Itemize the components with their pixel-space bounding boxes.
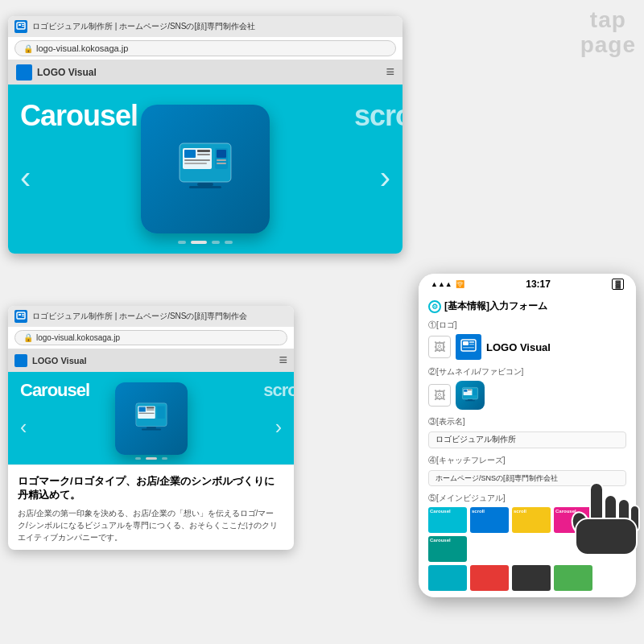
carousel-prev-button[interactable]: ‹	[20, 159, 31, 196]
svg-rect-14	[217, 163, 226, 164]
svg-rect-26	[138, 412, 154, 413]
svg-rect-12	[217, 150, 226, 158]
svg-rect-16	[189, 186, 221, 188]
thumb-scroll-1[interactable]: scroll	[470, 507, 509, 533]
browser-nav: LOGO Visual ≡	[8, 60, 402, 85]
section-title-text: [基本情報]入力フォーム	[444, 299, 547, 313]
secondary-dot-3[interactable]	[162, 457, 167, 460]
carousel-dot-2[interactable]	[191, 241, 207, 244]
hamburger-menu[interactable]: ≡	[386, 64, 394, 80]
secondary-address-text: logo-visual.kokosaga.jp	[36, 333, 120, 342]
secondary-carousel-label-right: scroll	[263, 380, 294, 401]
site-logo-icon	[16, 64, 32, 80]
logo-placeholder-icon: 🖼	[428, 336, 451, 358]
thumb-carousel-3[interactable]: Carousel	[428, 536, 467, 562]
thumb-carousel-1[interactable]: Carousel	[428, 507, 467, 533]
browser-tab-title: ロゴビジュアル制作所 | ホームページ/SNSの[顔]専門制作会社	[32, 21, 255, 32]
secondary-browser-favicon	[14, 310, 27, 323]
thumb-2-1[interactable]	[428, 565, 467, 591]
logo-field-label: ①[ロゴ]	[428, 320, 626, 331]
description-title: ロゴマーク/ロゴタイプ、お店/企業のシンボルづくりに 丹精込めて。	[18, 475, 284, 502]
address-text: logo-visual.kokosaga.jp	[36, 43, 128, 53]
svg-rect-29	[142, 428, 161, 430]
svg-rect-6	[184, 150, 196, 158]
svg-rect-3	[22, 26, 24, 27]
thumb-label-2: scroll	[470, 507, 509, 515]
carousel-section: Carousel scroll ‹ ›	[8, 85, 402, 254]
secondary-tab-title: ロゴビジュアル制作所 | ホームページ/SNSの[顔]専門制作会	[32, 311, 247, 322]
secondary-dot-1[interactable]	[135, 457, 141, 460]
svg-rect-27	[157, 406, 165, 419]
thumb-label-5: Carousel	[428, 536, 467, 544]
site-name: LOGO Visual	[37, 67, 97, 78]
svg-rect-25	[147, 409, 155, 410]
hand-cursor	[559, 475, 640, 564]
browser-address-bar[interactable]: 🔒 logo-visual.kokosaga.jp	[14, 40, 396, 56]
svg-rect-19	[22, 314, 24, 315]
signal-icon: ▲▲▲	[431, 280, 452, 288]
svg-rect-31	[463, 341, 469, 345]
secondary-browser-titlebar: ロゴビジュアル制作所 | ホームページ/SNSの[顔]専門制作会	[8, 306, 294, 327]
secondary-address-bar[interactable]: 🔒 logo-visual.kokosaga.jp	[14, 330, 287, 345]
display-name-label: ③[表示名]	[428, 416, 626, 427]
form-section-title: ⚙ [基本情報]入力フォーム	[428, 299, 626, 313]
svg-rect-38	[468, 390, 472, 390]
secondary-browser-window: ロゴビジュアル制作所 | ホームページ/SNSの[顔]専門制作会 🔒 logo-…	[8, 306, 294, 550]
thumb-scroll-2[interactable]: scroll	[512, 507, 551, 533]
logo-box-icon	[460, 339, 477, 355]
wifi-icon: 🛜	[456, 280, 464, 288]
carousel-dot-4[interactable]	[225, 241, 233, 244]
svg-rect-40	[468, 399, 473, 400]
catchphrase-label: ④[キャッチフレーズ]	[428, 455, 626, 466]
thumb-2-4[interactable]	[554, 565, 592, 591]
carousel-card	[141, 105, 270, 233]
svg-rect-42	[590, 483, 603, 523]
svg-rect-28	[147, 427, 156, 428]
svg-rect-9	[184, 159, 210, 161]
display-name-input[interactable]	[428, 431, 626, 448]
carousel-dot-3[interactable]	[212, 241, 220, 244]
svg-rect-1	[19, 24, 21, 26]
svg-rect-32	[469, 341, 474, 343]
secondary-hamburger-menu[interactable]: ≡	[279, 352, 287, 369]
carousel-dot-1[interactable]	[178, 241, 186, 244]
svg-rect-34	[463, 347, 474, 349]
secondary-site-logo-icon	[14, 354, 27, 367]
svg-rect-7	[197, 150, 210, 152]
thumb-2-2[interactable]	[470, 565, 509, 591]
secondary-carousel-dots	[135, 457, 167, 460]
browser-favicon	[14, 20, 27, 33]
svg-rect-15	[197, 183, 213, 186]
carousel-label-right: scroll	[354, 99, 402, 133]
secondary-carousel-label-left: Carousel	[20, 380, 89, 401]
hand-cursor-svg	[559, 475, 640, 564]
svg-rect-39	[473, 389, 477, 395]
svg-rect-47	[576, 518, 637, 555]
favicon-screen-icon	[460, 386, 480, 405]
svg-rect-41	[465, 400, 475, 401]
time-display: 13:17	[526, 279, 551, 290]
description-area: ロゴマーク/ロゴタイプ、お店/企業のシンボルづくりに 丹精込めて。 お店/企業の…	[8, 464, 294, 550]
thumbnail-row-2	[428, 565, 626, 591]
secondary-carousel-prev[interactable]: ‹	[20, 415, 27, 438]
thumb-label-1: Carousel	[428, 507, 467, 515]
secondary-dot-2[interactable]	[146, 457, 157, 460]
logo-preview-box	[456, 334, 481, 360]
svg-rect-37	[464, 390, 467, 392]
svg-rect-33	[469, 344, 474, 345]
carousel-next-button[interactable]: ›	[380, 159, 390, 196]
svg-rect-23	[138, 407, 145, 411]
site-nav-title: LOGO Visual	[16, 64, 97, 80]
mobile-status-bar: ▲▲▲ 🛜 13:17 ▓	[419, 274, 636, 293]
favicon-placeholder-icon: 🖼	[428, 384, 451, 407]
secondary-carousel-next[interactable]: ›	[275, 415, 282, 438]
secondary-browser-nav: LOGO Visual ≡	[8, 349, 294, 372]
secondary-site-nav-title: LOGO Visual	[14, 354, 87, 367]
svg-rect-24	[147, 407, 155, 408]
carousel-dots	[178, 241, 233, 244]
main-browser-window: ロゴビジュアル制作所 | ホームページ/SNSの[顔]専門制作会社 🔒 logo…	[8, 16, 402, 254]
thumb-2-3[interactable]	[512, 565, 551, 591]
secondary-carousel-card	[115, 382, 188, 455]
svg-rect-10	[184, 163, 207, 164]
battery-icon: ▓	[612, 279, 624, 290]
